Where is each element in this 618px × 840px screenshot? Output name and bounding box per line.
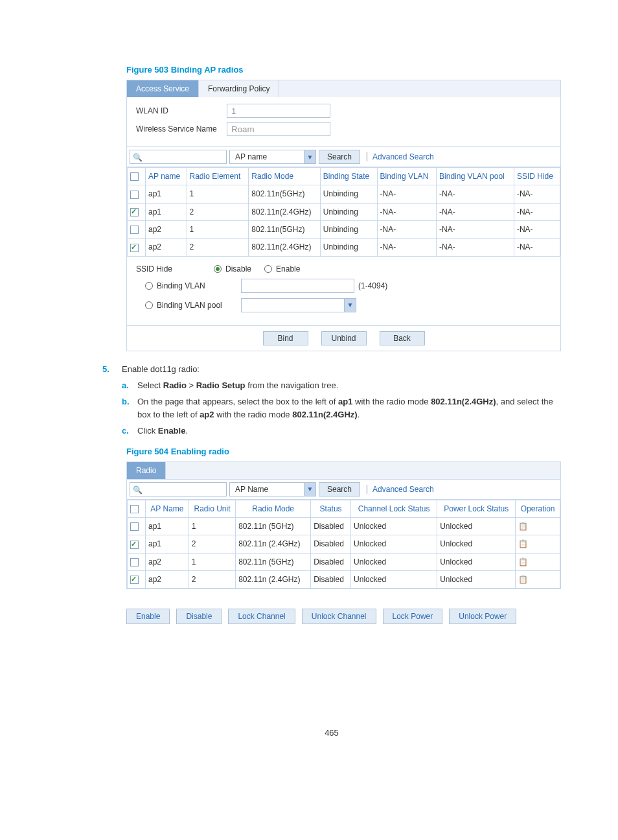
col-radio-mode-504[interactable]: Radio Mode [236,500,311,517]
checkbox-header[interactable] [130,172,139,181]
disable-button[interactable]: Disable [176,609,222,624]
table-cell: Unbinding [320,239,377,256]
operation-icon[interactable]: 📋 [518,522,528,531]
table-cell: Disabled [311,517,351,535]
unbind-button[interactable]: Unbind [321,331,367,345]
row-checkbox[interactable] [130,576,139,584]
table-cell: ap1 [146,185,187,203]
unlock-power-button[interactable]: Unlock Power [449,609,516,624]
table-cell: ap2 [146,220,187,238]
vlan-range-label: (1-4094) [358,281,387,290]
row-checkbox[interactable] [130,541,139,549]
row-checkbox[interactable] [130,522,139,531]
search-button[interactable]: Search [319,150,360,164]
chevron-down-icon: ▼ [304,483,315,496]
search-field-dropdown[interactable]: AP name ▼ [229,150,316,164]
table-cell: -NA- [377,203,436,220]
tab-access-service[interactable]: Access Service [127,80,199,97]
col-channel-lock[interactable]: Channel Lock Status [351,500,437,517]
table-row: ap12802.11n (2.4GHz)DisabledUnlockedUnlo… [128,535,560,553]
search-input[interactable]: 🔍 [130,150,227,164]
advanced-search-link[interactable]: Advanced Search [367,152,434,161]
col-radio-unit[interactable]: Radio Unit [189,500,235,517]
table-cell: ap2 [146,239,187,256]
table-cell: 802.11n (2.4GHz) [236,570,311,588]
dropdown-text: AP Name [230,485,304,494]
col-radio-mode[interactable]: Radio Mode [249,168,320,185]
table-cell: -NA- [377,239,436,256]
operation-cell[interactable]: 📋 [516,517,560,535]
table-cell: 802.11n(2.4GHz) [249,203,320,220]
col-radio-element[interactable]: Radio Element [187,168,249,185]
table-cell: 1 [187,185,249,203]
disable-label: Disable [225,264,251,274]
enable-label: Enable [276,264,300,274]
col-binding-vlan[interactable]: Binding VLAN [377,168,436,185]
row-checkbox[interactable] [130,226,139,234]
col-operation[interactable]: Operation [516,500,560,517]
table-row: ap12802.11n(2.4GHz)Unbinding-NA--NA--NA- [128,203,560,220]
unlock-channel-button[interactable]: Unlock Channel [302,609,376,624]
row-checkbox[interactable] [130,244,139,252]
col-binding-state[interactable]: Binding State [320,168,377,185]
wlan-id-input[interactable] [227,104,330,118]
table-cell: -NA- [437,239,514,256]
search-field-dropdown-504[interactable]: AP Name ▼ [229,482,316,496]
table-cell: 2 [189,570,235,588]
radio-disable[interactable] [214,265,222,273]
col-binding-vlan-pool[interactable]: Binding VLAN pool [437,168,514,185]
binding-vlan-label: Binding VLAN [157,281,241,290]
radio-binding-vlan[interactable] [145,282,153,290]
chevron-down-icon: ▼ [304,150,315,163]
table-cell: 1 [189,517,235,535]
table-cell: Disabled [311,535,351,553]
table-cell: Unlocked [351,570,437,588]
operation-cell[interactable]: 📋 [516,553,560,570]
row-checkbox[interactable] [130,558,139,566]
back-button[interactable]: Back [380,331,425,345]
operation-cell[interactable]: 📋 [516,570,560,588]
operation-icon[interactable]: 📋 [518,539,528,548]
col-ap-name-504[interactable]: AP Name [146,500,189,517]
table-cell: 802.11n (5GHz) [236,517,311,535]
col-ap-name[interactable]: AP name [146,168,187,185]
lock-channel-button[interactable]: Lock Channel [228,609,295,624]
table-cell: -NA- [514,220,560,238]
table-cell: Unlocked [351,535,437,553]
operation-icon[interactable]: 📋 [518,557,528,566]
table-cell: Unbinding [320,203,377,220]
table-cell: Disabled [311,570,351,588]
radio-table: AP Name Radio Unit Radio Mode Status Cha… [127,500,560,589]
bind-button[interactable]: Bind [263,331,308,345]
radio-binding-vlan-pool[interactable] [145,301,153,309]
col-status[interactable]: Status [311,500,351,517]
wireless-service-name-input[interactable] [227,122,330,136]
substep-a-letter: a. [122,380,137,390]
search-button-504[interactable]: Search [319,482,360,496]
lock-power-button[interactable]: Lock Power [383,609,443,624]
wlan-id-label: WLAN ID [136,106,227,115]
advanced-search-link-504[interactable]: Advanced Search [367,485,434,494]
operation-cell[interactable]: 📋 [516,535,560,553]
search-input-504[interactable]: 🔍 [130,482,227,496]
tab-radio[interactable]: Radio [127,462,166,479]
enable-button[interactable]: Enable [126,609,170,624]
table-row: ap22802.11n (2.4GHz)DisabledUnlockedUnlo… [128,570,560,588]
table-cell: -NA- [514,203,560,220]
row-checkbox[interactable] [130,208,139,216]
table-cell: 802.11n(2.4GHz) [249,239,320,256]
tab-forwarding-policy[interactable]: Forwarding Policy [199,80,279,97]
operation-icon[interactable]: 📋 [518,575,528,584]
table-cell: Disabled [311,553,351,570]
radio-enable[interactable] [264,265,272,273]
table-cell: -NA- [377,185,436,203]
table-cell: Unlocked [437,517,516,535]
binding-vlan-pool-dropdown[interactable]: ▼ [241,298,356,312]
table-cell: 1 [187,220,249,238]
table-cell: Unlocked [351,553,437,570]
col-power-lock[interactable]: Power Lock Status [437,500,516,517]
checkbox-header-504[interactable] [130,505,139,513]
row-checkbox[interactable] [130,191,139,199]
binding-vlan-input[interactable] [241,279,354,293]
col-ssid-hide[interactable]: SSID Hide [514,168,560,185]
